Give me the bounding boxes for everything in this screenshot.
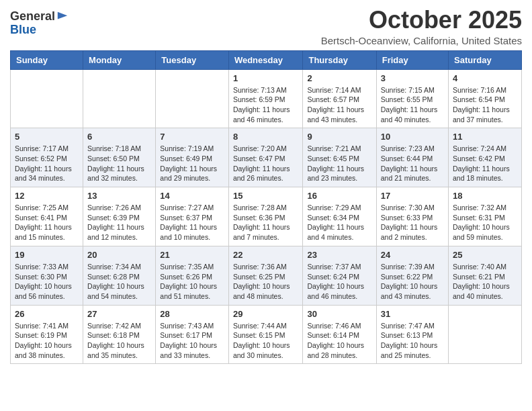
day-info: Sunrise: 7:21 AMSunset: 6:45 PMDaylight:… [307, 144, 371, 183]
title-block: October 2025 Bertsch-Oceanview, Californ… [321, 7, 522, 46]
day-info: Sunrise: 7:15 AMSunset: 6:55 PMDaylight:… [381, 85, 444, 125]
day-number: 6 [87, 132, 151, 142]
day-info: Sunrise: 7:44 AMSunset: 6:15 PMDaylight:… [233, 321, 299, 361]
table-row: 27 Sunrise: 7:42 AMSunset: 6:18 PMDaylig… [83, 305, 156, 364]
day-number: 1 [233, 73, 299, 83]
location-subtitle: Bertsch-Oceanview, California, United St… [321, 35, 522, 46]
col-thursday: Thursday [303, 50, 376, 69]
day-info: Sunrise: 7:20 AMSunset: 6:47 PMDaylight:… [233, 144, 299, 183]
day-number: 25 [453, 250, 517, 260]
table-row: 28 Sunrise: 7:43 AMSunset: 6:17 PMDaylig… [156, 305, 229, 364]
col-sunday: Sunday [11, 50, 83, 69]
day-number: 11 [453, 132, 517, 142]
day-info: Sunrise: 7:46 AMSunset: 6:14 PMDaylight:… [307, 321, 371, 361]
svg-marker-0 [58, 12, 67, 19]
table-row: 24 Sunrise: 7:39 AMSunset: 6:22 PMDaylig… [376, 246, 448, 305]
day-number: 28 [160, 309, 224, 319]
table-row: 17 Sunrise: 7:30 AMSunset: 6:33 PMDaylig… [376, 187, 448, 246]
day-info: Sunrise: 7:19 AMSunset: 6:49 PMDaylight:… [160, 144, 224, 183]
table-row: 16 Sunrise: 7:29 AMSunset: 6:34 PMDaylig… [303, 187, 376, 246]
table-row: 2 Sunrise: 7:14 AMSunset: 6:57 PMDayligh… [303, 69, 376, 128]
day-info: Sunrise: 7:13 AMSunset: 6:59 PMDaylight:… [233, 85, 299, 125]
calendar-week-row: 19 Sunrise: 7:33 AMSunset: 6:30 PMDaylig… [11, 246, 522, 305]
day-info: Sunrise: 7:34 AMSunset: 6:28 PMDaylight:… [87, 262, 151, 302]
day-info: Sunrise: 7:33 AMSunset: 6:30 PMDaylight:… [15, 262, 79, 302]
table-row [156, 69, 229, 128]
day-number: 24 [381, 250, 444, 260]
day-info: Sunrise: 7:28 AMSunset: 6:36 PMDaylight:… [233, 203, 299, 242]
logo-blue: Blue [10, 24, 69, 37]
day-number: 16 [307, 191, 371, 201]
day-number: 31 [381, 309, 444, 319]
calendar-header-row: Sunday Monday Tuesday Wednesday Thursday… [11, 50, 522, 69]
table-row: 10 Sunrise: 7:23 AMSunset: 6:44 PMDaylig… [376, 128, 448, 187]
table-row: 25 Sunrise: 7:40 AMSunset: 6:21 PMDaylig… [449, 246, 522, 305]
day-number: 9 [307, 132, 371, 142]
day-number: 20 [87, 250, 151, 260]
day-info: Sunrise: 7:30 AMSunset: 6:33 PMDaylight:… [381, 203, 444, 242]
col-wednesday: Wednesday [228, 50, 303, 69]
col-tuesday: Tuesday [156, 50, 229, 69]
day-number: 4 [453, 73, 517, 83]
calendar-table: Sunday Monday Tuesday Wednesday Thursday… [10, 50, 522, 365]
table-row [449, 305, 522, 364]
day-info: Sunrise: 7:35 AMSunset: 6:26 PMDaylight:… [160, 262, 224, 302]
logo-flag-icon [56, 11, 69, 23]
month-title: October 2025 [321, 7, 522, 34]
day-info: Sunrise: 7:18 AMSunset: 6:50 PMDaylight:… [87, 144, 151, 183]
day-number: 21 [160, 250, 224, 260]
table-row: 19 Sunrise: 7:33 AMSunset: 6:30 PMDaylig… [11, 246, 83, 305]
col-friday: Friday [376, 50, 448, 69]
day-number: 2 [307, 73, 371, 83]
day-info: Sunrise: 7:37 AMSunset: 6:24 PMDaylight:… [307, 262, 371, 302]
day-info: Sunrise: 7:23 AMSunset: 6:44 PMDaylight:… [381, 144, 444, 183]
day-info: Sunrise: 7:47 AMSunset: 6:13 PMDaylight:… [381, 321, 444, 361]
day-info: Sunrise: 7:32 AMSunset: 6:31 PMDaylight:… [453, 203, 517, 242]
day-info: Sunrise: 7:43 AMSunset: 6:17 PMDaylight:… [160, 321, 224, 361]
day-number: 19 [15, 250, 79, 260]
day-number: 8 [233, 132, 299, 142]
day-info: Sunrise: 7:24 AMSunset: 6:42 PMDaylight:… [453, 144, 517, 183]
day-number: 17 [381, 191, 444, 201]
day-info: Sunrise: 7:40 AMSunset: 6:21 PMDaylight:… [453, 262, 517, 302]
header: General Blue October 2025 Bertsch-Oceanv… [10, 7, 522, 46]
col-monday: Monday [83, 50, 156, 69]
logo-general: General [10, 10, 55, 24]
day-number: 23 [307, 250, 371, 260]
day-info: Sunrise: 7:25 AMSunset: 6:41 PMDaylight:… [15, 203, 79, 242]
day-number: 13 [87, 191, 151, 201]
table-row: 20 Sunrise: 7:34 AMSunset: 6:28 PMDaylig… [83, 246, 156, 305]
table-row: 4 Sunrise: 7:16 AMSunset: 6:54 PMDayligh… [449, 69, 522, 128]
day-info: Sunrise: 7:29 AMSunset: 6:34 PMDaylight:… [307, 203, 371, 242]
day-number: 15 [233, 191, 299, 201]
table-row: 31 Sunrise: 7:47 AMSunset: 6:13 PMDaylig… [376, 305, 448, 364]
day-info: Sunrise: 7:41 AMSunset: 6:19 PMDaylight:… [15, 321, 79, 361]
table-row: 7 Sunrise: 7:19 AMSunset: 6:49 PMDayligh… [156, 128, 229, 187]
table-row: 13 Sunrise: 7:26 AMSunset: 6:39 PMDaylig… [83, 187, 156, 246]
day-number: 30 [307, 309, 371, 319]
table-row: 14 Sunrise: 7:27 AMSunset: 6:37 PMDaylig… [156, 187, 229, 246]
day-number: 5 [15, 132, 79, 142]
table-row: 8 Sunrise: 7:20 AMSunset: 6:47 PMDayligh… [228, 128, 303, 187]
day-info: Sunrise: 7:26 AMSunset: 6:39 PMDaylight:… [87, 203, 151, 242]
table-row: 21 Sunrise: 7:35 AMSunset: 6:26 PMDaylig… [156, 246, 229, 305]
day-number: 26 [15, 309, 79, 319]
col-saturday: Saturday [449, 50, 522, 69]
day-number: 29 [233, 309, 299, 319]
table-row: 15 Sunrise: 7:28 AMSunset: 6:36 PMDaylig… [228, 187, 303, 246]
day-number: 12 [15, 191, 79, 201]
table-row: 11 Sunrise: 7:24 AMSunset: 6:42 PMDaylig… [449, 128, 522, 187]
calendar-week-row: 5 Sunrise: 7:17 AMSunset: 6:52 PMDayligh… [11, 128, 522, 187]
calendar-container: General Blue October 2025 Bertsch-Oceanv… [0, 0, 532, 374]
day-info: Sunrise: 7:14 AMSunset: 6:57 PMDaylight:… [307, 85, 371, 125]
table-row: 26 Sunrise: 7:41 AMSunset: 6:19 PMDaylig… [11, 305, 83, 364]
day-info: Sunrise: 7:36 AMSunset: 6:25 PMDaylight:… [233, 262, 299, 302]
day-number: 14 [160, 191, 224, 201]
table-row: 12 Sunrise: 7:25 AMSunset: 6:41 PMDaylig… [11, 187, 83, 246]
table-row: 9 Sunrise: 7:21 AMSunset: 6:45 PMDayligh… [303, 128, 376, 187]
table-row: 29 Sunrise: 7:44 AMSunset: 6:15 PMDaylig… [228, 305, 303, 364]
logo: General Blue [10, 10, 69, 37]
day-info: Sunrise: 7:42 AMSunset: 6:18 PMDaylight:… [87, 321, 151, 361]
day-number: 22 [233, 250, 299, 260]
day-number: 10 [381, 132, 444, 142]
